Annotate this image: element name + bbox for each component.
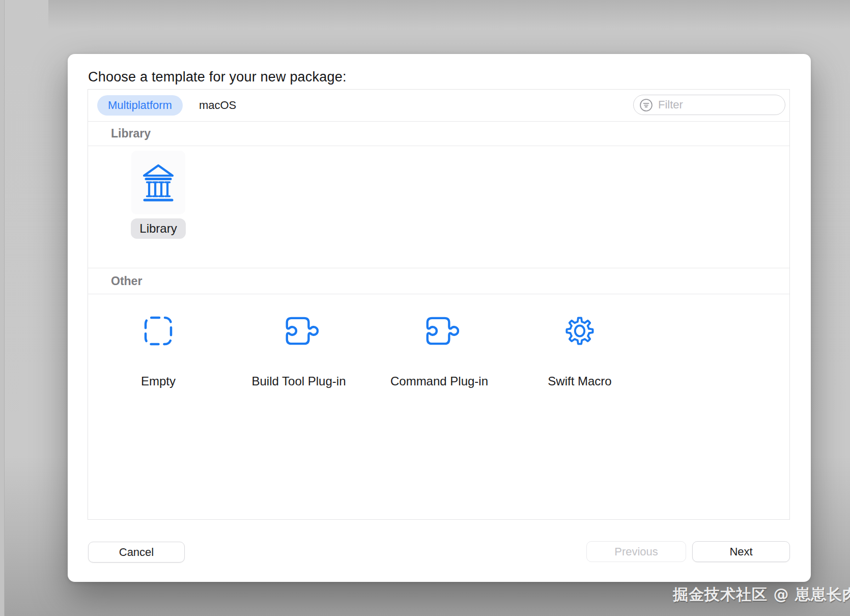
new-package-template-dialog: Choose a template for your new package: … [68,54,811,582]
template-item-label-build-tool-plugin: Build Tool Plug-in [251,374,346,389]
platform-tab-bar: Multiplatform macOS [88,90,789,121]
template-item-label-empty: Empty [141,374,176,389]
template-item-command-plugin[interactable]: Command Plug-in [369,294,509,520]
tab-multiplatform[interactable]: Multiplatform [97,95,183,116]
puzzle-piece-icon [419,315,459,347]
building-columns-icon [141,163,175,202]
section-library-items: Library [88,146,789,268]
dialog-title: Choose a template for your new package: [88,69,347,85]
next-button[interactable]: Next [692,541,790,562]
template-item-label-library: Library [131,218,185,239]
filter-input[interactable] [657,98,771,112]
section-header-library: Library [88,121,789,146]
desktop-background: Choose a template for your new package: … [0,0,850,616]
filter-field[interactable] [633,95,785,115]
previous-button[interactable]: Previous [586,541,686,562]
template-item-swift-macro[interactable]: Swift Macro [509,294,650,520]
section-other-items: Empty Build Tool Plug-in [88,294,789,520]
template-icon-tile [131,151,185,214]
gear-icon [564,315,596,347]
watermark-text: 掘金技术社区 @ 崽崽长肉肉 [673,584,850,605]
template-chooser: Multiplatform macOS Library [88,89,790,520]
cancel-button[interactable]: Cancel [88,542,185,563]
dashed-square-icon [144,315,173,347]
template-item-label-command-plugin: Command Plug-in [390,374,488,389]
template-item-empty[interactable]: Empty [88,294,229,520]
section-header-other: Other [88,268,789,294]
tab-macos[interactable]: macOS [199,99,236,112]
template-item-library[interactable]: Library [88,146,229,268]
template-item-label-swift-macro: Swift Macro [548,374,611,389]
template-item-build-tool-plugin[interactable]: Build Tool Plug-in [229,294,369,520]
puzzle-piece-icon [279,315,319,347]
filter-icon [639,98,653,112]
section-header-other-label: Other [111,274,142,288]
background-top-shadow [48,0,850,30]
background-left-strip [0,0,5,616]
section-header-library-label: Library [111,127,151,141]
